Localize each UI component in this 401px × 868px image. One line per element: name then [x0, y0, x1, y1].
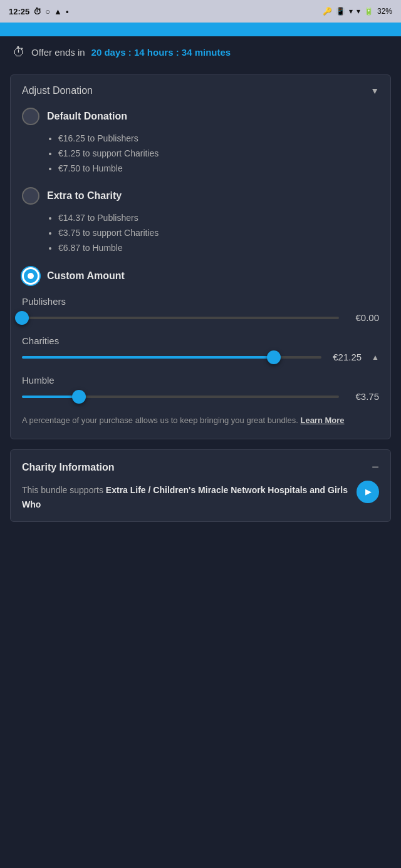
custom-amount-section: Custom Amount Publishers €0.00 Charities	[22, 267, 379, 427]
default-donation-option: Default Donation €16.25 to Publishers €1…	[22, 108, 379, 176]
charities-up-arrow-icon[interactable]: ▲	[372, 353, 379, 362]
charities-slider-row: €21.25 ▲	[22, 351, 379, 364]
extra-charity-option-header[interactable]: Extra to Charity	[22, 187, 379, 205]
status-icon-search: ○	[45, 7, 50, 16]
custom-amount-option-header[interactable]: Custom Amount	[22, 267, 379, 285]
status-right: 🔑 📳 ▾ ▾ 🔋 32%	[323, 7, 392, 16]
extra-charity-radio-button[interactable]	[22, 187, 39, 205]
publishers-slider-thumb[interactable]	[15, 311, 29, 325]
extra-charity-option-title: Extra to Charity	[47, 190, 122, 202]
offer-countdown: ⏱ Offer ends in 20 days : 14 hours : 34 …	[0, 36, 401, 68]
charity-info-header: Charity Information −	[22, 460, 379, 474]
custom-amount-option-title: Custom Amount	[47, 270, 125, 282]
note-text-content: A percentage of your purchase allows us …	[22, 416, 298, 425]
humble-slider-track	[22, 396, 339, 398]
extra-charity-option-details: €14.37 to Publishers €3.75 to support Ch…	[47, 211, 379, 255]
humble-slider-fill	[22, 396, 79, 398]
publishers-slider-group: Publishers €0.00	[22, 296, 379, 324]
charity-info-text: This bundle supports Extra Life / Childr…	[22, 483, 349, 511]
battery-icon: 🔋	[364, 7, 373, 16]
publishers-slider-label: Publishers	[22, 296, 379, 307]
charities-slider-value: €21.25	[329, 352, 362, 362]
clock-icon: ⏱	[13, 45, 25, 59]
collapse-icon[interactable]: −	[372, 460, 379, 474]
charities-slider-group: Charities €21.25 ▲	[22, 335, 379, 364]
signal-icon: ▾	[357, 7, 360, 16]
humble-slider-thumb[interactable]	[72, 390, 86, 404]
charities-slider-track	[22, 356, 321, 359]
extra-charity-detail-1: €14.37 to Publishers	[58, 211, 379, 226]
note-text: A percentage of your purchase allows us …	[22, 414, 379, 427]
charity-info-title: Charity Information	[22, 462, 115, 473]
countdown-text: 20 days : 14 hours : 34 minutes	[91, 47, 231, 58]
custom-amount-radio-button[interactable]	[22, 267, 39, 285]
wifi-icon: ▾	[349, 7, 353, 16]
time: 12:25	[9, 7, 29, 16]
charities-slider-label: Charities	[22, 335, 379, 346]
default-detail-1: €16.25 to Publishers	[58, 131, 379, 146]
status-icon-alert: ▲	[54, 7, 62, 16]
vibrate-icon: 📳	[336, 7, 345, 16]
status-icon-dot: •	[66, 7, 69, 16]
default-detail-2: €1.25 to support Charities	[58, 146, 379, 161]
learn-more-link[interactable]: Learn More	[300, 416, 344, 425]
humble-slider-group: Humble €3.75	[22, 375, 379, 403]
default-option-header[interactable]: Default Donation	[22, 108, 379, 125]
play-button[interactable]	[357, 481, 379, 503]
publishers-slider-row: €0.00	[22, 312, 379, 324]
donation-card: Adjust Donation ▼ Default Donation €16.2…	[10, 74, 391, 439]
charities-slider-thumb[interactable]	[267, 350, 281, 364]
charity-info-card: Charity Information − This bundle suppor…	[10, 449, 391, 522]
charity-info-body: This bundle supports Extra Life / Childr…	[22, 483, 379, 511]
humble-slider-label: Humble	[22, 375, 379, 385]
chevron-down-icon[interactable]: ▼	[370, 86, 379, 96]
humble-slider[interactable]	[22, 391, 339, 403]
card-title: Adjust Donation	[22, 85, 93, 96]
humble-slider-value: €3.75	[346, 391, 379, 402]
publishers-slider[interactable]	[22, 312, 339, 324]
default-radio-button[interactable]	[22, 108, 39, 125]
charities-slider-fill	[22, 356, 274, 359]
extra-charity-option: Extra to Charity €14.37 to Publishers €3…	[22, 187, 379, 255]
extra-charity-detail-2: €3.75 to support Charities	[58, 226, 379, 241]
extra-charity-detail-3: €6.87 to Humble	[58, 241, 379, 256]
card-header: Adjust Donation ▼	[22, 85, 379, 96]
default-option-details: €16.25 to Publishers €1.25 to support Ch…	[47, 131, 379, 176]
charities-slider[interactable]	[22, 351, 321, 364]
battery-percent: 32%	[377, 7, 392, 16]
status-icon-circle: ⏱	[33, 7, 41, 16]
offer-label: Offer ends in	[31, 47, 85, 58]
status-left: 12:25 ⏱ ○ ▲ •	[9, 7, 69, 16]
top-blue-bar	[0, 23, 401, 36]
key-icon: 🔑	[323, 7, 332, 16]
default-detail-3: €7.50 to Humble	[58, 161, 379, 176]
publishers-slider-value: €0.00	[346, 312, 379, 323]
default-option-title: Default Donation	[47, 111, 127, 122]
humble-slider-row: €3.75	[22, 391, 379, 403]
status-bar: 12:25 ⏱ ○ ▲ • 🔑 📳 ▾ ▾ 🔋 32%	[0, 0, 401, 23]
publishers-slider-track	[22, 317, 339, 319]
